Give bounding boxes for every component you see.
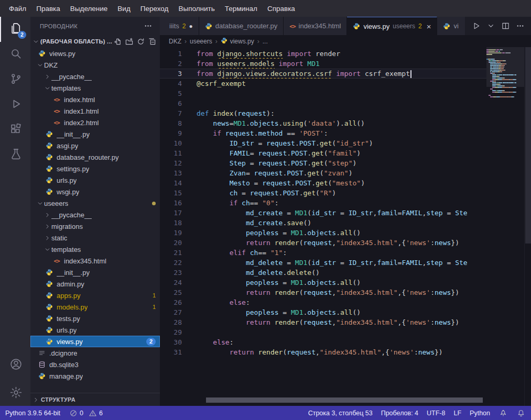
code-line-18[interactable]: 18 md_create.save() — [160, 218, 486, 228]
file-index-html[interactable]: <>index.html — [30, 94, 160, 105]
cursor-position-item[interactable]: Строка 3, столбец 53 — [308, 410, 373, 417]
more-actions-button[interactable] — [515, 21, 525, 31]
code-line-4[interactable]: 4@csrf_exempt — [160, 79, 486, 89]
file-apps-py[interactable]: apps.py1 — [30, 290, 160, 301]
breadcrumb-item-views-py[interactable]: views.py — [221, 37, 254, 46]
file-views-py[interactable]: views.py2 — [30, 336, 160, 347]
run-python-file-button[interactable] — [471, 21, 481, 31]
file-database-roouter-py[interactable]: database_roouter.py — [30, 151, 160, 163]
indentation-item[interactable]: Пробелов: 4 — [381, 410, 418, 417]
chevron-right-icon[interactable] — [43, 235, 51, 241]
file-index345-html[interactable]: <>index345.html — [30, 255, 160, 267]
file-index1-html[interactable]: <>index1.html — [30, 105, 160, 117]
menu-item-item[interactable]: Вид — [113, 2, 135, 15]
code-line-30[interactable]: 30 else: — [160, 337, 486, 347]
breadcrumb-item-dkz[interactable]: DKZ — [169, 38, 181, 45]
tab-iiits[interactable]: iiits2● — [160, 17, 199, 35]
code-line-31[interactable]: 31 return render(request,"index345.html"… — [160, 347, 486, 357]
chevron-down-icon[interactable] — [36, 62, 44, 69]
file-init-py[interactable]: __init__.py — [30, 128, 160, 140]
code-line-15[interactable]: 15 ch = request.POST.get("R") — [160, 188, 486, 198]
menu-item-item[interactable]: Выделение — [66, 2, 113, 15]
chevron-down-icon[interactable] — [43, 246, 51, 253]
file-init-py[interactable]: __init__.py — [30, 267, 160, 278]
file-dcignore[interactable]: .dcignore — [30, 347, 160, 359]
code-line-19[interactable]: 19 peopless = MD1.objects.all() — [160, 228, 486, 238]
folder-useeers[interactable]: useeers — [30, 197, 160, 209]
activity-extensions-button[interactable] — [0, 117, 30, 142]
code-line-3[interactable]: 3from django.views.decorators.csrf impor… — [160, 69, 486, 79]
activity-testing-button[interactable] — [0, 142, 30, 168]
file-settings-py[interactable]: settings.py — [30, 163, 160, 174]
folder-migrations[interactable]: migrations — [30, 220, 160, 232]
file-index2-html[interactable]: <>index2.html — [30, 117, 160, 128]
file-models-py[interactable]: models.py1 — [30, 301, 160, 313]
chevron-right-icon[interactable] — [43, 223, 51, 230]
problems-item[interactable]: 0 6 — [69, 408, 106, 418]
code-line-12[interactable]: 12 Step = request.POST.get("step") — [160, 158, 486, 168]
workspace-section-header[interactable]: (РАБОЧАЯ ОБЛАСТЬ) ... — [30, 35, 160, 48]
code-line-29[interactable]: 29 — [160, 327, 486, 337]
minimap[interactable] — [486, 47, 524, 406]
tab-index345-html[interactable]: <>index345.html — [284, 17, 347, 35]
code-line-5[interactable]: 5 — [160, 89, 486, 98]
file-db-sqlite3[interactable]: db.sqlite3 — [30, 359, 160, 370]
tab-vi[interactable]: vi — [437, 17, 465, 35]
pylance-item[interactable] — [499, 408, 508, 418]
activity-explorer-button[interactable]: 2 — [0, 17, 30, 42]
file-tests-py[interactable]: tests.py — [30, 313, 160, 324]
code-line-10[interactable]: 10 ID_str = request.POST.get("id_str") — [160, 138, 486, 148]
code-line-27[interactable]: 27 peopless = MD1.objects.all() — [160, 307, 486, 317]
chevron-down-icon[interactable] — [43, 85, 51, 92]
code-line-20[interactable]: 20 return render(request,"index345.html"… — [160, 238, 486, 248]
code-line-7[interactable]: 7def index(request): — [160, 108, 486, 118]
activity-accounts-button[interactable] — [0, 352, 30, 378]
menu-item-item[interactable]: Переход — [136, 2, 174, 15]
tab-database-roouter-py[interactable]: database_roouter.py — [199, 17, 284, 35]
new-file-icon[interactable] — [113, 37, 122, 46]
split-editor-button[interactable] — [501, 21, 510, 31]
vertical-scrollbar[interactable] — [524, 47, 531, 406]
code-line-23[interactable]: 23 md_delete.delete() — [160, 268, 486, 278]
folder-pycache[interactable]: __pycache__ — [30, 71, 160, 82]
code-line-24[interactable]: 24 peopless = MD1.objects.all() — [160, 278, 486, 288]
folder-templates[interactable]: templates — [30, 244, 160, 255]
notifications-item[interactable] — [516, 408, 526, 418]
horizontal-scrollbar-thumb[interactable] — [206, 397, 483, 403]
file-wsgi-py[interactable]: wsgi.py — [30, 186, 160, 197]
file-views-py[interactable]: views.py — [30, 48, 160, 59]
explorer-more-actions-icon[interactable] — [143, 21, 153, 31]
activity-source-control-button[interactable] — [0, 67, 30, 92]
close-icon[interactable]: × — [427, 23, 431, 30]
run-dropdown-chevron-icon[interactable] — [486, 21, 495, 31]
vertical-scrollbar-thumb[interactable] — [525, 47, 531, 244]
folder-static[interactable]: static — [30, 232, 160, 244]
code-line-13[interactable]: 13 Zvan= request.POST.get("zvan") — [160, 168, 486, 178]
new-folder-icon[interactable] — [124, 37, 134, 46]
code-line-14[interactable]: 14 Mesto = request.POST.get("mesto") — [160, 178, 486, 188]
menu-item-item[interactable]: Файл — [4, 2, 31, 15]
menu-item-item[interactable]: Выполнить — [174, 2, 219, 15]
outline-section-header[interactable]: СТРУКТУРА — [30, 393, 160, 406]
menu-item-item[interactable]: Справка — [263, 2, 300, 15]
code-line-2[interactable]: 2from useeers.models import MD1 — [160, 59, 486, 69]
breadcrumb-item-item[interactable]: ... — [263, 38, 268, 45]
encoding-item[interactable]: UTF-8 — [427, 410, 445, 417]
code-line-21[interactable]: 21 elif ch== "1": — [160, 248, 486, 258]
eol-item[interactable]: LF — [453, 410, 461, 417]
file-asgi-py[interactable]: asgi.py — [30, 140, 160, 151]
chevron-down-icon[interactable] — [36, 200, 44, 207]
file-urls-py[interactable]: urls.py — [30, 324, 160, 336]
code-line-16[interactable]: 16 if ch== "0": — [160, 198, 486, 208]
code-line-1[interactable]: 1from django.shortcuts import render — [160, 49, 486, 59]
chevron-right-icon[interactable] — [43, 212, 51, 218]
language-mode-item[interactable]: Python — [470, 410, 490, 417]
code-line-25[interactable]: 25 return render(request,"index345.html"… — [160, 288, 486, 297]
file-manage-py[interactable]: manage.py — [30, 370, 160, 382]
code-line-9[interactable]: 9 if request.method == 'POST': — [160, 128, 486, 138]
folder-dkz[interactable]: DKZ — [30, 59, 160, 71]
file-urls-py[interactable]: urls.py — [30, 174, 160, 186]
code-line-8[interactable]: 8 news=MD1.objects.using('daata').all() — [160, 118, 486, 128]
chevron-right-icon[interactable] — [43, 73, 51, 80]
folder-templates[interactable]: templates — [30, 82, 160, 94]
